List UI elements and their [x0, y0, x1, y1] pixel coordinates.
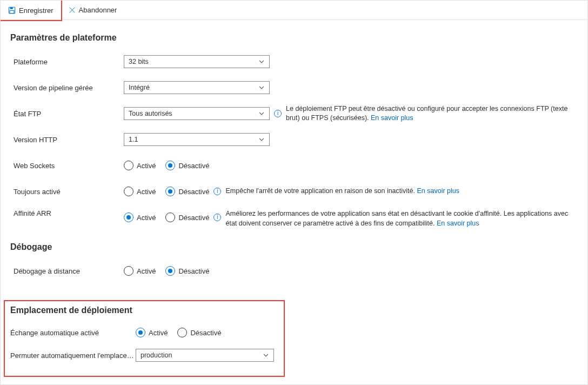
radio-always-on-label: Activé — [137, 188, 156, 196]
label-autoswap-target: Permuter automatiquement l'emplacement d… — [10, 351, 136, 360]
radio-ws-off-label: Désactivé — [178, 162, 209, 170]
radio-arr-on-label: Activé — [137, 214, 156, 222]
radio-ws-off[interactable]: Désactivé — [165, 161, 209, 170]
section-title-slot: Emplacement de déploiement — [10, 306, 278, 315]
section-title-platform: Paramètres de plateforme — [10, 33, 578, 43]
radio-ws-on-label: Activé — [137, 162, 156, 170]
cancel-button[interactable]: Abandonner — [61, 1, 125, 19]
radio-autoswap-on-label: Activé — [149, 329, 168, 337]
label-pipeline: Version de pipeline gérée — [10, 84, 124, 92]
select-platform[interactable]: 32 bits — [124, 55, 270, 68]
radio-group-websockets: Activé Désactivé — [124, 161, 209, 170]
select-platform-value: 32 bits — [129, 58, 149, 65]
radio-group-autoswap: Activé Désactivé — [136, 328, 221, 337]
ftp-desc-text: Le déploiement FTP peut être désactivé o… — [286, 105, 567, 122]
chevron-down-icon — [258, 110, 265, 117]
row-alwayson: Toujours activé Activé Désactivé i Empêc… — [10, 181, 578, 202]
svg-rect-1 — [10, 7, 13, 9]
ftp-learn-more-link[interactable]: En savoir plus — [371, 114, 413, 122]
label-http: Version HTTP — [10, 136, 124, 144]
select-http-value: 1.1 — [129, 136, 138, 143]
chevron-down-icon — [258, 84, 265, 91]
info-icon: i — [274, 110, 282, 117]
radio-arr-off[interactable]: Désactivé — [165, 213, 209, 222]
save-button[interactable]: Enregistrer — [1, 1, 61, 20]
radio-group-alwayson: Activé Désactivé — [124, 187, 209, 196]
info-icon: i — [213, 214, 221, 221]
label-alwayson: Toujours activé — [10, 188, 124, 196]
info-icon: i — [213, 188, 221, 195]
row-websockets: Web Sockets Activé Désactivé — [10, 155, 578, 176]
arr-description: Améliorez les performances de votre appl… — [225, 209, 578, 228]
arr-learn-more-link[interactable]: En savoir plus — [437, 220, 479, 227]
row-http: Version HTTP 1.1 — [10, 129, 578, 150]
label-websockets: Web Sockets — [10, 162, 124, 170]
toolbar: Enregistrer Abandonner — [1, 1, 587, 20]
select-pipeline-value: Intégré — [129, 84, 150, 91]
radio-autoswap-off[interactable]: Désactivé — [177, 328, 221, 337]
radio-debug-on-label: Activé — [137, 267, 156, 275]
radio-arr-off-label: Désactivé — [178, 214, 209, 222]
select-http[interactable]: 1.1 — [124, 133, 270, 146]
chevron-down-icon — [258, 136, 265, 143]
select-autoswap-target-value: production — [141, 351, 172, 359]
radio-arr-on[interactable]: Activé — [124, 213, 156, 222]
radio-group-remote-debug: Activé Désactivé — [124, 266, 209, 276]
label-arr: Affinité ARR — [10, 209, 124, 217]
radio-ws-on[interactable]: Activé — [124, 161, 156, 170]
select-ftp-value: Tous autorisés — [129, 110, 172, 117]
radio-debug-on[interactable]: Activé — [124, 266, 156, 276]
chevron-down-icon — [258, 58, 265, 65]
row-remote-debug: Débogage à distance Activé Désactivé — [10, 261, 578, 281]
save-icon — [8, 6, 16, 14]
row-autoswap-target: Permuter automatiquement l'emplacement d… — [10, 348, 278, 363]
select-pipeline[interactable]: Intégré — [124, 81, 270, 94]
select-autoswap-target[interactable]: production — [136, 349, 274, 362]
select-ftp[interactable]: Tous autorisés — [124, 107, 270, 120]
row-ftp: État FTP Tous autorisés i Le déploiement… — [10, 103, 578, 124]
radio-group-arr: Activé Désactivé — [124, 209, 209, 222]
radio-debug-off[interactable]: Désactivé — [165, 266, 209, 276]
row-autoswap: Échange automatique activé Activé Désact… — [10, 325, 278, 340]
label-platform: Plateforme — [10, 58, 124, 66]
label-ftp: État FTP — [10, 110, 124, 118]
radio-always-off-label: Désactivé — [178, 188, 209, 196]
radio-autoswap-on[interactable]: Activé — [136, 328, 168, 337]
alwayson-learn-more-link[interactable]: En savoir plus — [417, 187, 459, 195]
label-autoswap: Échange automatique activé — [10, 329, 136, 337]
alwayson-desc-text: Empêche l'arrêt de votre application en … — [225, 187, 417, 195]
svg-rect-2 — [10, 10, 14, 13]
radio-always-on[interactable]: Activé — [124, 187, 156, 196]
label-remote-debug: Débogage à distance — [10, 267, 124, 275]
close-icon — [69, 6, 76, 14]
radio-autoswap-off-label: Désactivé — [190, 329, 221, 337]
arr-desc-text: Améliorez les performances de votre appl… — [225, 210, 568, 227]
radio-debug-off-label: Désactivé — [178, 267, 209, 275]
row-pipeline: Version de pipeline gérée Intégré — [10, 77, 578, 98]
deployment-slot-panel: Emplacement de déploiement Échange autom… — [4, 300, 285, 377]
radio-always-off[interactable]: Désactivé — [165, 187, 209, 196]
chevron-down-icon — [263, 352, 269, 359]
row-platform: Plateforme 32 bits — [10, 51, 578, 72]
save-label: Enregistrer — [19, 6, 54, 15]
row-arr: Affinité ARR Activé Désactivé i Améliore… — [10, 207, 578, 228]
ftp-description: Le déploiement FTP peut être désactivé o… — [286, 104, 578, 123]
cancel-label: Abandonner — [79, 6, 117, 14]
section-title-debug: Débogage — [10, 242, 578, 252]
alwayson-description: Empêche l'arrêt de votre application en … — [225, 187, 459, 196]
